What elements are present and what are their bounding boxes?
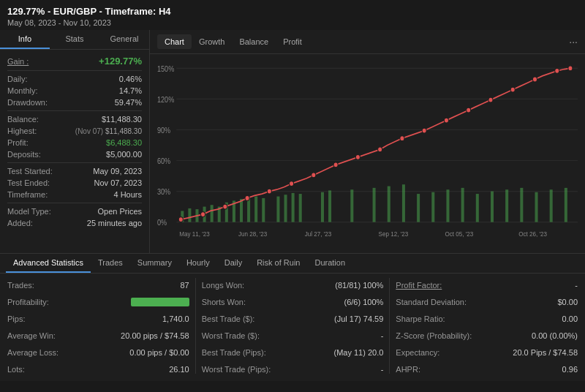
stats-tab-risk[interactable]: Risk of Ruin bbox=[249, 254, 307, 273]
highest-row: Highest: (Nov 07) $11,488.30 bbox=[7, 127, 142, 135]
svg-point-52 bbox=[333, 162, 338, 167]
timeframe-value: 4 Hours bbox=[113, 190, 142, 199]
chart-tab-balance[interactable]: Balance bbox=[232, 34, 276, 49]
svg-point-53 bbox=[355, 154, 360, 159]
svg-rect-16 bbox=[211, 205, 214, 222]
chart-tab-profit[interactable]: Profit bbox=[276, 34, 309, 49]
stats-tab-summary[interactable]: Summary bbox=[130, 254, 179, 273]
svg-text:0%: 0% bbox=[157, 219, 167, 227]
stats-tab-advanced[interactable]: Advanced Statistics bbox=[6, 254, 91, 273]
tab-general[interactable]: General bbox=[99, 30, 149, 49]
avg-win-label: Average Win: bbox=[7, 331, 56, 340]
drawdown-row: Drawdown: 59.47% bbox=[7, 98, 142, 107]
col-divider-2 bbox=[389, 278, 390, 374]
stats-tab-trades[interactable]: Trades bbox=[91, 254, 130, 273]
sharpe-row: Sharpe Ratio: 0.00 bbox=[396, 312, 578, 326]
stats-tab-hourly[interactable]: Hourly bbox=[179, 254, 217, 273]
best-trade-dollar-label: Best Trade ($): bbox=[202, 314, 255, 323]
std-dev-value: $0.00 bbox=[557, 298, 578, 306]
svg-rect-26 bbox=[292, 193, 295, 222]
divider-2 bbox=[7, 110, 142, 111]
svg-rect-21 bbox=[247, 198, 250, 222]
lots-row: Lots: 26.10 bbox=[7, 362, 189, 377]
svg-rect-42 bbox=[535, 192, 537, 222]
profit-value: $6,488.30 bbox=[106, 138, 142, 147]
stats-col-3: Profit Factor: - Standard Deviation: $0.… bbox=[396, 278, 578, 374]
svg-point-61 bbox=[532, 77, 537, 82]
svg-text:Jul 27, '23: Jul 27, '23 bbox=[305, 230, 332, 238]
left-tabs: Info Stats General bbox=[0, 30, 149, 50]
trades-label: Trades: bbox=[7, 281, 34, 290]
monthly-value: 14.7% bbox=[119, 86, 142, 95]
expectancy-value: 20.0 Pips / $74.58 bbox=[513, 348, 578, 357]
deposits-label: Deposits: bbox=[7, 150, 41, 159]
worst-trade-dollar-value: - bbox=[381, 331, 384, 340]
zscore-row: Z-Score (Probability): 0.00 (0.00%) bbox=[396, 328, 578, 343]
chart-tab-growth[interactable]: Growth bbox=[192, 34, 232, 49]
svg-rect-37 bbox=[461, 188, 464, 222]
svg-point-55 bbox=[400, 136, 404, 141]
divider-3 bbox=[7, 162, 142, 163]
profit-factor-row: Profit Factor: - bbox=[396, 278, 578, 293]
worst-trade-dollar-row: Worst Trade ($): - bbox=[202, 328, 384, 343]
svg-point-63 bbox=[568, 66, 573, 71]
drawdown-value: 59.47% bbox=[115, 98, 142, 107]
expectancy-row: Expectancy: 20.0 Pips / $74.58 bbox=[396, 345, 578, 360]
stats-tab-duration[interactable]: Duration bbox=[307, 254, 352, 273]
test-ended-row: Test Ended: Nov 07, 2023 bbox=[7, 178, 142, 187]
added-label: Added: bbox=[7, 219, 33, 227]
svg-point-57 bbox=[444, 118, 448, 123]
tab-stats[interactable]: Stats bbox=[50, 30, 99, 49]
avg-win-value: 20.00 pips / $74.58 bbox=[121, 331, 189, 340]
svg-rect-38 bbox=[476, 194, 479, 222]
model-label: Model Type: bbox=[7, 207, 51, 216]
svg-rect-39 bbox=[491, 192, 494, 222]
zscore-label: Z-Score (Probability): bbox=[396, 331, 472, 340]
test-ended-label: Test Ended: bbox=[7, 178, 50, 187]
model-value: Open Prices bbox=[97, 207, 142, 216]
stats-col-2: Longs Won: (81/81) 100% Shorts Won: (6/6… bbox=[202, 278, 384, 374]
stats-col-1: Trades: 87 Profitability: Pips: 1,740.0 … bbox=[7, 278, 189, 374]
tab-info[interactable]: Info bbox=[0, 30, 50, 49]
test-ended-value: Nov 07, 2023 bbox=[94, 178, 142, 187]
chart-tabs: Chart Growth Balance Profit ··· bbox=[150, 30, 585, 54]
svg-rect-28 bbox=[321, 192, 324, 222]
highest-value: (Nov 07) $11,488.30 bbox=[75, 127, 142, 135]
stats-tabs: Advanced Statistics Trades Summary Hourl… bbox=[0, 254, 585, 274]
sharpe-label: Sharpe Ratio: bbox=[396, 314, 445, 323]
svg-text:90%: 90% bbox=[157, 126, 170, 135]
pips-label: Pips: bbox=[7, 314, 25, 323]
best-trade-pips-row: Best Trade (Pips): (May 11) 20.0 bbox=[202, 345, 384, 360]
svg-text:Jun 28, '23: Jun 28, '23 bbox=[238, 230, 267, 238]
lots-label: Lots: bbox=[7, 365, 25, 374]
gain-row: Gain : +129.77% bbox=[7, 56, 142, 67]
drawdown-label: Drawdown: bbox=[7, 98, 48, 107]
divider-1 bbox=[7, 70, 142, 71]
right-panel: Chart Growth Balance Profit ··· 150% 120… bbox=[150, 30, 585, 253]
trades-value: 87 bbox=[180, 281, 189, 290]
profit-factor-label[interactable]: Profit Factor: bbox=[396, 281, 442, 290]
timeframe-row: Timeframe: 4 Hours bbox=[7, 190, 142, 199]
balance-label: Balance: bbox=[7, 115, 39, 124]
svg-rect-13 bbox=[188, 208, 191, 222]
gain-value: +129.77% bbox=[99, 56, 142, 67]
chart-more-icon[interactable]: ··· bbox=[569, 36, 578, 48]
svg-text:Oct 05, '23: Oct 05, '23 bbox=[445, 230, 473, 238]
col-divider-1 bbox=[195, 278, 196, 374]
chart-tab-chart[interactable]: Chart bbox=[157, 34, 192, 49]
svg-rect-25 bbox=[284, 195, 287, 222]
svg-point-49 bbox=[267, 189, 271, 194]
shorts-won-label: Shorts Won: bbox=[202, 298, 246, 306]
svg-rect-31 bbox=[373, 188, 376, 222]
stats-tab-daily[interactable]: Daily bbox=[217, 254, 249, 273]
svg-point-58 bbox=[467, 108, 471, 113]
svg-point-60 bbox=[510, 87, 515, 92]
svg-point-47 bbox=[223, 204, 227, 209]
profitability-row: Profitability: bbox=[7, 295, 189, 309]
ahpr-label: AHPR: bbox=[396, 365, 420, 374]
avg-win-row: Average Win: 20.00 pips / $74.58 bbox=[7, 328, 189, 343]
pips-row: Pips: 1,740.0 bbox=[7, 312, 189, 326]
avg-loss-row: Average Loss: 0.00 pips / $0.00 bbox=[7, 345, 189, 360]
svg-point-56 bbox=[422, 128, 426, 133]
std-dev-row: Standard Deviation: $0.00 bbox=[396, 295, 578, 309]
